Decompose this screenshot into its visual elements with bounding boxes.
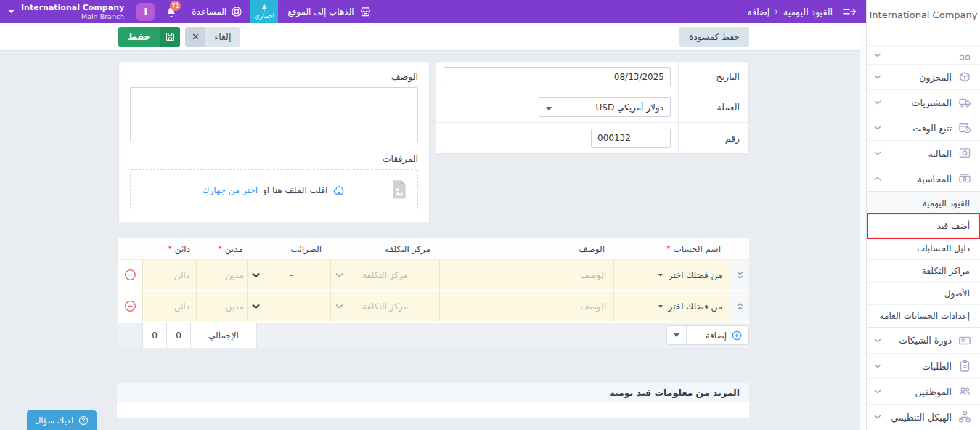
chevron-down-icon [252, 304, 260, 309]
header-debit: مدين * [196, 244, 247, 254]
submenu-item-journal-entries[interactable]: القيود اليومية [867, 192, 980, 214]
currency-row: العملة USD دولار أمريكي [436, 92, 748, 123]
chevron-down-icon [252, 272, 260, 278]
notifications-button[interactable]: 71 [159, 0, 184, 23]
add-row-control[interactable]: إضافة [666, 325, 749, 345]
sidebar-item-time-tracking[interactable]: تتبع الوقت [867, 115, 980, 140]
sidebar-item-label: دورة الشيكات [881, 335, 952, 346]
debit-input[interactable]: مدين [196, 291, 247, 321]
breadcrumb-current: إضافة [748, 7, 770, 17]
number-row: رقم [436, 123, 748, 153]
lifebuoy-icon [231, 6, 242, 17]
chevron-down-icon [874, 151, 881, 155]
grid-icon [958, 54, 971, 65]
sidebar-item-finance[interactable]: المالية [867, 140, 980, 166]
user-avatar[interactable]: I [136, 3, 155, 21]
entry-meta-card: التاريخ العملة USD دولار أمريكي [436, 61, 749, 154]
submenu-item-cost-centers[interactable]: مراكز التكلفة [867, 259, 980, 282]
submenu-item-general-account-settings[interactable]: إعدادات الحسابات العامه [867, 304, 980, 327]
delete-row-button[interactable] [118, 260, 142, 290]
submenu-item-add-entry[interactable]: أضف قيد [867, 214, 980, 237]
main-scrollbar[interactable] [860, 24, 866, 430]
choose-from-device-link[interactable]: اختر من جهازك [203, 185, 258, 195]
double-chevron-down-icon [735, 270, 745, 280]
line-description-input[interactable]: الوصف [439, 260, 613, 290]
org-chart-icon [958, 410, 971, 423]
sidebar-item-accounting[interactable]: المحاسبة [867, 166, 980, 191]
sidebar-item-label: المخزون [881, 72, 952, 83]
chevron-down-icon [874, 53, 881, 57]
collapse-arrow-icon [842, 7, 857, 17]
chevron-down-icon [874, 75, 881, 79]
required-mark: * [218, 244, 222, 253]
plus-circle-icon [732, 330, 742, 341]
attachments-dropzone[interactable]: افلت الملف هنا او اختر من جهازك [130, 169, 418, 211]
sidebar-item-label: تتبع الوقت [881, 123, 952, 134]
entry-number-input[interactable] [591, 129, 671, 148]
chevron-down-icon [658, 274, 663, 277]
row-reorder-handle[interactable] [730, 260, 749, 290]
sidebar-item-label: الطلبات [881, 361, 952, 372]
add-row-options-button[interactable] [667, 333, 686, 337]
attachments-label: المرفقات [130, 153, 418, 164]
credit-input[interactable]: دائن [142, 291, 196, 321]
chevron-down-icon [874, 338, 881, 343]
sidebar-item-purchases[interactable]: المشتريات [867, 89, 980, 115]
divider [686, 326, 687, 344]
taxes-select[interactable]: - [247, 260, 330, 290]
chevron-down-icon [874, 126, 881, 130]
rocket-icon [260, 4, 269, 12]
go-to-site-button[interactable]: الذهاب إلى الموقع [278, 0, 380, 23]
sidebar-item-orders[interactable]: الطلبات [867, 353, 980, 378]
submenu-item-chart-of-accounts[interactable]: دليل الحسابات [867, 237, 980, 259]
table-row: من فضلك اختر الوصف مركز التكلفة - [118, 260, 749, 291]
cost-center-select[interactable]: مركز التكلفة [330, 291, 439, 321]
have-a-question-label: لديك سؤال [35, 415, 73, 426]
date-label: التاريخ [678, 62, 748, 92]
cancel-label: إلغاء [205, 27, 240, 47]
sidebar-item-cheque-cycle[interactable]: دورة الشيكات [867, 328, 980, 353]
minus-circle-icon [124, 269, 136, 281]
row-reorder-handle[interactable] [730, 291, 749, 321]
sidebar-company-title[interactable]: International Company [867, 0, 980, 45]
date-input[interactable] [444, 67, 671, 86]
sidebar-item-inventory[interactable]: المخزون [867, 64, 980, 89]
add-row-label: إضافة [706, 330, 727, 341]
line-description-input[interactable]: الوصف [439, 291, 613, 321]
account-select[interactable]: من فضلك اختر [613, 291, 730, 321]
company-switcher[interactable]: International Company Main Branch [0, 0, 132, 23]
sidebar-item-partial[interactable] [867, 45, 980, 64]
account-select[interactable]: من فضلك اختر [613, 260, 730, 290]
sidebar-item-label: المحاسبة [881, 174, 952, 184]
trial-mode-button[interactable]: اختباري [250, 0, 278, 23]
submenu-item-assets[interactable]: الأصول [867, 282, 980, 304]
table-row: من فضلك اختر الوصف مركز التكلفة - [118, 291, 749, 322]
cancel-button[interactable]: إلغاء ✕ [185, 27, 240, 47]
description-textarea[interactable] [130, 87, 418, 142]
credit-input[interactable]: دائن [142, 260, 196, 290]
delete-row-button[interactable] [118, 291, 142, 321]
journal-entry-form: التاريخ العملة USD دولار أمريكي [0, 51, 866, 418]
taxes-select[interactable]: - [247, 291, 330, 321]
debit-input[interactable]: مدين [196, 260, 247, 290]
cost-center-select[interactable]: مركز التكلفة [330, 260, 439, 290]
more-info-title[interactable]: المزيد من معلومات قيد يومية [117, 383, 749, 402]
help-menu-button[interactable]: المساعدة [184, 0, 250, 23]
date-row: التاريخ [436, 62, 748, 92]
currency-select[interactable]: USD دولار أمريكي [539, 97, 671, 117]
add-row-button[interactable]: إضافة [687, 330, 748, 341]
sidebar-item-org-structure[interactable]: الهيكل التنظيمي [867, 404, 980, 429]
have-a-question-button[interactable]: لديك سؤال [27, 410, 97, 430]
chevron-up-icon [874, 177, 881, 181]
company-name: International Company [21, 3, 124, 12]
sidebar-item-employees[interactable]: الموظفين [867, 378, 980, 404]
breadcrumb-section[interactable]: القيود اليومية [783, 7, 833, 17]
calendar-clock-icon [958, 121, 971, 134]
save-draft-button[interactable]: حفظ كمسودة [679, 27, 749, 47]
chevron-down-icon [546, 107, 552, 110]
sidebar-collapse-icon[interactable] [833, 0, 866, 23]
action-toolbar: حفظ كمسودة إلغاء ✕ حفظ [0, 23, 866, 51]
credit-total: 0 [142, 322, 166, 348]
close-icon: ✕ [185, 27, 205, 47]
save-button[interactable]: حفظ [118, 27, 180, 47]
